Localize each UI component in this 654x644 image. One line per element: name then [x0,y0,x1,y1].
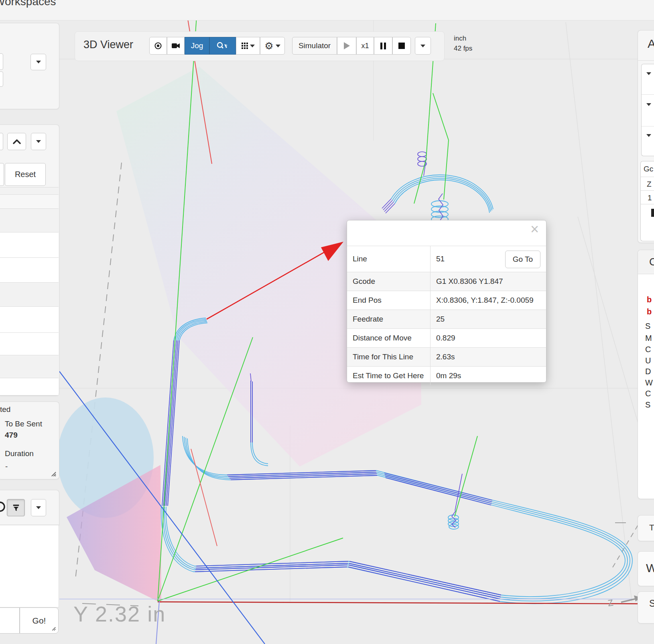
stop-button[interactable] [392,37,411,55]
settings-button[interactable]: ⚙ [260,37,285,55]
gcode-row[interactable] [0,282,59,306]
reset-button[interactable]: Reset [5,163,46,186]
left-panel-gcode: Reset [0,124,59,396]
table-row: GcodeG1 X0.8306 Y1.847 [347,272,546,291]
right-panel-t: T [638,515,654,541]
console-options-button[interactable] [31,499,46,516]
filter-button[interactable] [7,499,25,516]
console-red-line: b [647,307,652,316]
goto-group: Gc Z 1 [640,161,654,241]
simulator-label: Simulator [299,41,331,50]
close-icon[interactable]: × [530,222,539,236]
caret-down-icon[interactable] [646,134,651,137]
to-be-sent-label: To Be Sent [5,420,42,428]
to-be-sent-value: 479 [5,431,18,440]
pause-button[interactable] [374,37,392,55]
right-panel-console: C b b S M C U D W C S [638,250,654,499]
caret-down-icon [276,45,280,47]
right-panel-s: S [638,591,654,624]
gcode-line-popup: × Line51 GcodeG1 X0.8306 Y1.847 End PosX… [347,220,546,383]
right-panel-w: W [638,551,654,586]
menu-item-partial[interactable]: U [645,356,651,365]
menu-item-partial[interactable]: S [645,322,650,331]
left-panel-send-status: ted To Be Sent 479 Duration - [0,401,59,479]
workspaces-label[interactable]: Workspaces [0,0,56,8]
history-icon [0,500,6,514]
gcode-row[interactable] [0,232,59,257]
resize-grip-icon [51,626,56,631]
speed-label: x1 [361,42,369,50]
menu-item-partial[interactable]: C [645,345,651,354]
viewer-menu-button[interactable] [415,37,431,55]
caret-down-icon[interactable] [646,72,651,75]
gcode-row[interactable] [0,208,59,232]
partial-button-4[interactable] [0,163,4,186]
speed-button[interactable]: x1 [356,37,374,55]
duration-value: - [5,462,8,471]
panel-dropdown-button[interactable] [30,54,46,70]
toggle-view-button[interactable] [149,37,167,55]
console-red-line: b [647,295,652,304]
play-button[interactable] [337,37,356,55]
goto-button[interactable]: Go To [505,251,540,268]
viewer-title: 3D Viewer [83,39,133,51]
menu-item-partial[interactable]: D [645,367,651,376]
z-row-partial[interactable]: Z [647,180,652,189]
jog-button[interactable]: Jog [185,37,209,55]
partial-button-2[interactable] [0,71,3,87]
menu-item-partial[interactable]: W [645,378,653,387]
gcode-row[interactable] [0,187,59,194]
menu-item-partial[interactable]: M [645,334,652,343]
jog-label: Jog [191,41,203,50]
menu-item-partial[interactable]: C [645,389,651,398]
chevron-up-icon [12,139,21,145]
duration-label: Duration [5,449,34,458]
partial-button-1[interactable] [0,53,3,70]
scroll-up-button[interactable] [7,133,26,150]
viewer-3d-canvas[interactable]: Z [0,0,654,644]
pause-icon [380,43,386,49]
gcode-row[interactable] [0,355,59,378]
table-row: Distance of Move0.829 [347,329,546,348]
go-button[interactable]: Go! [20,607,59,634]
gcode-row[interactable] [0,194,59,208]
magnifier-pointer-icon [216,41,229,50]
caret-down-icon [420,45,425,47]
axis-readout: Y 2.32 in [73,601,166,626]
camera-button[interactable] [167,37,185,55]
table-row: End PosX:0.8306, Y:1.847, Z:-0.0059 [347,291,546,310]
resize-grip-icon[interactable] [51,471,57,477]
video-camera-icon [172,43,180,49]
caret-down-icon [36,506,41,509]
caret-down-icon[interactable] [646,103,651,106]
goto-row-partial[interactable]: Gc [644,165,653,173]
table-row: Feedrate25 [347,310,546,329]
partial-button-3[interactable] [0,133,3,150]
gcode-row[interactable] [0,378,59,395]
menu-item-partial[interactable]: S [645,400,650,410]
command-input[interactable] [0,607,20,634]
console-log-area[interactable] [0,525,59,607]
simulator-button[interactable]: Simulator [292,37,337,55]
gcode-row[interactable] [0,306,59,332]
axes-panel-partial-title: A [648,37,654,51]
panel-s-partial: S [649,598,654,609]
gcode-row[interactable] [0,257,59,282]
one-row-partial[interactable]: 1 [648,194,652,202]
stop-icon [398,43,405,49]
gcode-row[interactable] [0,332,59,355]
scroll-options-button[interactable] [31,133,46,150]
units-label: inch [454,34,472,44]
filter-funnel-icon [12,504,20,512]
reset-label: Reset [15,170,36,179]
table-row: Est Time to Get Here0m 29s [347,367,546,385]
grid-icon [242,43,248,49]
grid-options-button[interactable] [236,37,260,55]
left-panel-top [0,23,59,109]
inspect-zoom-button[interactable] [209,37,236,55]
eye-icon [154,42,162,50]
play-icon [344,42,350,49]
app-root: Z Y 2.32 in Workspaces 3D Viewer Jog ⚙ S… [0,0,654,644]
console-panel-header: C [638,250,654,274]
goto-label: Go To [513,255,533,264]
